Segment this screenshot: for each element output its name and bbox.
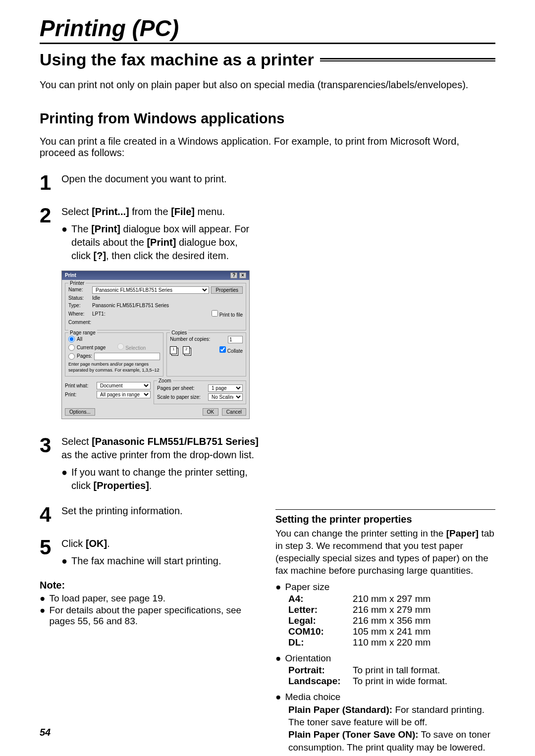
side-heading: Setting the printer properties — [275, 514, 495, 525]
note-text: To load paper, see page 19. — [49, 593, 165, 604]
key: Plain Paper (Toner Save ON): — [288, 729, 419, 740]
range-current-radio[interactable] — [68, 344, 75, 351]
label: Current page — [77, 344, 106, 351]
bullet-label: Orientation — [285, 653, 331, 664]
step-number: 5 — [40, 537, 54, 568]
left-column: 1 Open the document you want to print. 2… — [40, 172, 260, 756]
value: 105 mm x 241 mm — [353, 626, 430, 637]
t: . — [107, 538, 110, 549]
value: 110 mm x 220 mm — [353, 637, 430, 648]
bullet-dot-icon: ● — [61, 466, 67, 492]
zoom-fieldset: Zoom Pages per sheet:1 page Scale to pap… — [154, 380, 246, 404]
bullet: ●Media choice — [275, 692, 495, 702]
options-button[interactable]: Options... — [65, 408, 95, 416]
step-2: 2 Select [Print...] from the [File] menu… — [40, 205, 260, 423]
key: Landscape: — [288, 676, 348, 687]
key: Legal: — [288, 615, 348, 626]
label: All — [77, 336, 82, 343]
value: To print in tall format. — [353, 665, 440, 676]
close-button[interactable]: × — [239, 272, 246, 278]
key: COM10: — [288, 626, 348, 637]
ok-button[interactable]: OK — [203, 408, 218, 416]
range-fieldset: Page range All Current page Selection Pa… — [65, 332, 163, 377]
print-what-select[interactable]: Document — [97, 382, 151, 389]
step-number: 4 — [40, 504, 54, 525]
bold: [?] — [94, 250, 107, 261]
step-3: 3 Select [Panasonic FLM551/FLB751 Series… — [40, 435, 260, 492]
bold: [Print...] — [92, 206, 129, 217]
label: Print to file — [219, 312, 243, 318]
print-range-select[interactable]: All pages in range — [97, 391, 151, 398]
bullet-dot-icon: ● — [275, 653, 281, 664]
dialog-title: Print — [65, 272, 76, 279]
scale-to-paper-select[interactable]: No Scaling — [208, 393, 243, 401]
label: Pages: — [77, 353, 92, 360]
bullet: ●Orientation — [275, 653, 495, 664]
help-button[interactable]: ? — [230, 272, 237, 278]
properties-button[interactable]: Properties — [211, 286, 243, 294]
bullet: ● The fax machine will start printing. — [61, 554, 221, 568]
label: Print what: — [65, 382, 94, 389]
label: Status: — [68, 295, 90, 302]
bullet-text: The [Print] dialogue box will appear. Fo… — [71, 222, 260, 263]
bold: [Print] — [147, 237, 176, 248]
value: Panasonic FLM551/FLB751 Series — [92, 302, 169, 309]
bold: [Panasonic FLM551/FLB751 Series] — [92, 436, 259, 447]
bold: [Properties] — [94, 480, 149, 491]
bullet-dot-icon: ● — [275, 692, 281, 702]
section-title-row: Using the fax machine as a printer — [40, 50, 495, 69]
note-list: ●To load paper, see page 19. ●For detail… — [40, 593, 260, 627]
t: Select — [61, 206, 92, 217]
note-heading: Note: — [40, 580, 260, 591]
key: A4: — [288, 594, 348, 604]
right-column: Setting the printer properties You can c… — [275, 172, 495, 756]
bullet-text: The fax machine will start printing. — [71, 554, 221, 568]
range-all-radio[interactable] — [68, 336, 75, 342]
rule-thick — [40, 43, 495, 44]
note-text: For details about the paper specificatio… — [49, 605, 260, 627]
copies-fieldset: Copies Number of copies: 11 22 Collate — [166, 332, 246, 377]
intro-text: You can print not only on plain paper bu… — [40, 79, 495, 91]
t: Click — [61, 538, 86, 549]
step-number: 3 — [40, 435, 54, 492]
bullet-dot-icon: ● — [61, 222, 67, 263]
pages-input[interactable] — [94, 353, 160, 360]
t: Select — [61, 436, 92, 447]
step-5: 5 Click [OK]. ● The fax machine will sta… — [40, 537, 260, 568]
label: Scale to paper size: — [157, 394, 205, 401]
cancel-button[interactable]: Cancel — [222, 408, 246, 416]
step-1: 1 Open the document you want to print. — [40, 172, 260, 193]
orientation-table: Portrait:To print in tall format. Landsc… — [288, 665, 495, 687]
pages-per-sheet-select[interactable]: 1 page — [208, 384, 243, 392]
printer-name-select[interactable]: Panasonic FLM551/FLB751 Series — [92, 286, 209, 294]
range-selection-radio — [117, 343, 124, 350]
label: Type: — [68, 302, 90, 309]
copies-input[interactable] — [228, 336, 243, 343]
collate-checkbox[interactable] — [219, 346, 226, 353]
subsection-title: Printing from Windows applications — [40, 110, 495, 127]
range-pages-radio[interactable] — [68, 353, 75, 360]
value: LPT1: — [92, 311, 106, 318]
key: Plain Paper (Standard): — [288, 704, 392, 715]
subsection-intro: You can print a file created in a Window… — [40, 136, 495, 159]
bold: [Print] — [91, 223, 120, 234]
key: DL: — [288, 637, 348, 648]
fieldset-legend: Copies — [170, 329, 188, 336]
bullet-dot-icon: ● — [61, 554, 67, 568]
step-number: 1 — [40, 172, 54, 193]
bullet: ● The [Print] dialogue box will appear. … — [61, 222, 260, 263]
value: 216 mm x 356 mm — [353, 615, 430, 626]
value: To print in wide format. — [353, 676, 447, 687]
bullet-dot-icon: ● — [275, 582, 281, 593]
bullet-dot-icon: ● — [40, 605, 45, 627]
bullet-dot-icon: ● — [40, 593, 45, 604]
step-4: 4 Set the printing information. — [40, 504, 260, 525]
label: Pages per sheet: — [157, 385, 205, 392]
bullet: ● If you want to change the printer sett… — [61, 466, 260, 492]
print-dialog: Print ? × Printer Name: Panasonic FLM551… — [61, 270, 250, 419]
step-number: 2 — [40, 205, 54, 423]
t: as the active printer from the drop-down… — [61, 449, 254, 460]
print-to-file-checkbox[interactable] — [212, 310, 218, 317]
dialog-titlebar: Print ? × — [62, 271, 249, 280]
t: . — [149, 480, 152, 491]
